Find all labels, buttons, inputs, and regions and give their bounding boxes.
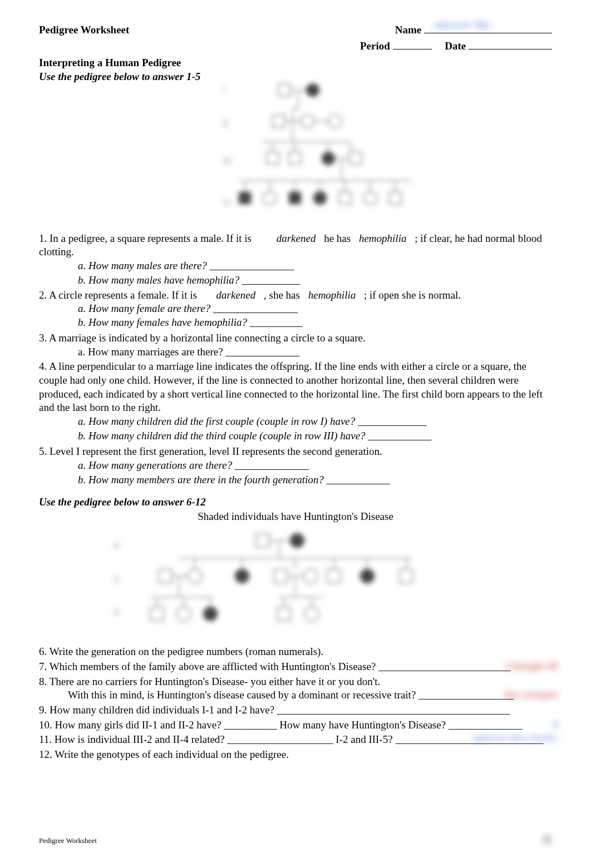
svg-rect-62 [327,569,341,583]
svg-rect-59 [274,569,287,583]
svg-rect-55 [159,569,172,583]
q1a-blur [297,260,307,274]
q12: 12. Write the genotypes of each individu… [39,748,552,762]
q3a: a. How many marriages are there? _______… [39,345,552,359]
q2a: a. How many female are there? __________… [39,302,552,316]
date-label: Date [445,40,466,52]
q10-blur: 4 [553,718,558,731]
svg-rect-35 [239,192,251,204]
q6: 6. Write the generation on the pedigree … [39,645,552,659]
svg-point-63 [360,569,375,583]
svg-point-38 [313,191,327,205]
svg-text:●: ● [114,574,120,583]
footer-text: Pedigree Worksheet [39,836,97,846]
q7: 7. Which members of the family above are… [39,660,552,674]
q1b: b. How many males have hemophilia? _____… [39,274,552,287]
svg-point-58 [235,569,249,583]
q1-kw2: hemophilia [359,232,407,246]
svg-text:●: ● [114,607,120,617]
name-answer-blur: answer the [434,17,491,33]
svg-point-61 [303,569,318,583]
q4b: b. How many children did the third coupl… [78,430,431,442]
q8-line1: 8. There are no carriers for Huntington'… [39,675,552,689]
q2b-blur [305,316,311,330]
q2-prefix: 2. A circle represents a female. If it i… [39,289,197,301]
pedigree-diagram-1: I II III IV [211,81,423,225]
svg-point-73 [203,607,218,621]
q7-blur: I thought 40 [505,660,558,673]
svg-rect-21 [289,152,301,164]
q8-line2: With this in mind, is Huntington's disea… [39,688,552,702]
svg-point-45 [290,533,304,548]
q10: 10. How many girls did II-1 and II-2 hav… [39,718,552,732]
q5b-blur [401,474,406,488]
q11-blur: applicator office and play [472,733,558,743]
q3-text: 3. A marriage is indicated by a horizont… [39,331,552,345]
q9: 9. How many children did individuals I-1… [39,703,552,717]
q1-prefix: 1. In a pedigree, a square represents a … [39,232,252,244]
q1-mid1: he has [324,232,351,244]
svg-point-40 [363,191,377,205]
q5b: b. How many members are there in the fou… [78,474,390,485]
q5a-blur [312,459,319,473]
q5a: a. How many generations are there? _____… [78,459,309,471]
svg-point-3 [306,83,319,97]
name-label: Name [395,24,421,36]
svg-rect-64 [400,569,413,583]
svg-point-79 [304,607,319,621]
svg-text:II: II [223,118,229,128]
q1-kw1: darkened [277,232,316,246]
period-label: Period [360,40,390,52]
q4a: a. How many children did the first coupl… [78,415,427,427]
svg-text:III: III [223,156,232,166]
q2-kw1: darkened [216,289,256,302]
page-title: Pedigree Worksheet [39,23,129,37]
q4-text: 4. A line perpendicular to a marriage li… [39,360,552,415]
q1a: a. How many males are there? ___________… [78,260,294,271]
svg-text:●: ● [114,540,120,550]
footer-page-mark [542,835,552,845]
svg-point-57 [188,569,202,583]
q2-mid: , she has [264,289,300,301]
svg-point-10 [328,115,342,128]
svg-point-72 [176,607,191,621]
q2-suffix: ; if open she is normal. [364,289,461,301]
period-blank[interactable] [393,38,432,49]
svg-rect-24 [349,152,362,164]
svg-text:I: I [223,85,225,95]
svg-point-8 [301,115,314,128]
svg-rect-41 [389,192,401,204]
svg-rect-78 [277,607,290,621]
q4a-blur [429,415,435,429]
svg-rect-71 [150,607,164,621]
q5-text: 5. Level I represent the first generatio… [39,445,552,459]
svg-point-22 [322,152,335,165]
q2-kw2: hemophilia [308,289,356,302]
svg-rect-6 [273,115,285,127]
q8-blur: hey trumpet [505,688,558,701]
svg-point-36 [263,191,277,205]
subtitle: Interpreting a Human Pedigree [39,56,552,70]
svg-rect-20 [267,152,279,164]
svg-text:IV: IV [223,198,232,207]
svg-rect-1 [278,84,290,96]
svg-rect-39 [339,192,351,204]
instruction-2: Use the pedigree below to answer 6-12 [39,495,552,509]
q2b: b. How many females have hemophilia? ___… [78,316,303,328]
svg-rect-43 [256,534,269,547]
shaded-caption: Shaded individuals have Huntington's Dis… [198,510,393,522]
svg-rect-37 [289,192,301,204]
pedigree-diagram-2: ● ● ● [111,530,445,631]
q4b-blur [445,430,450,444]
date-blank[interactable] [469,38,552,49]
